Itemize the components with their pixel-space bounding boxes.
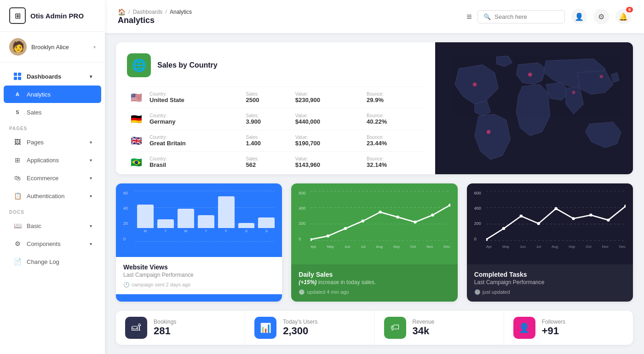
clock-icon3: 🕐 xyxy=(474,289,481,295)
analytics-letter: A xyxy=(13,90,22,99)
breadcrumb-sep1: / xyxy=(128,8,130,15)
pages-section-label: PAGES xyxy=(0,121,105,133)
stat-item: 🏷 Revenue 34k xyxy=(375,311,504,345)
stats-row: 🛋 Bookings 281 📊 Today's Users 2,300 🏷 R… xyxy=(116,311,633,345)
stat-icon: 👤 xyxy=(513,317,535,339)
sales-title: Sales by Country xyxy=(157,61,218,69)
changelog-icon: 📄 xyxy=(13,257,22,266)
completed-tasks-title: Completed Tasks xyxy=(474,271,626,278)
completed-tasks-card: 6004002000 xyxy=(467,183,633,302)
sales-header: 🌐 Sales by Country xyxy=(127,53,424,77)
sales-map xyxy=(435,42,633,174)
table-row: 🇩🇪 Country: Germany Sales: 3.900 Value: … xyxy=(127,108,424,130)
svg-rect-2 xyxy=(14,77,17,80)
svg-point-5 xyxy=(528,73,532,77)
search-input[interactable] xyxy=(494,13,559,20)
bounce-cell: Bounce: 40.22% xyxy=(363,108,424,130)
svg-point-17 xyxy=(379,211,382,213)
hamburger-icon[interactable]: ≡ xyxy=(466,11,472,22)
svg-point-29 xyxy=(537,222,540,225)
sidebar-item-applications[interactable]: ⊞ Applications ▾ xyxy=(4,151,101,169)
svg-point-27 xyxy=(502,227,505,230)
sales-letter: S xyxy=(13,108,22,117)
svg-point-32 xyxy=(589,213,592,217)
sidebar-item-sales[interactable]: S Sales xyxy=(4,103,101,121)
website-views-chart: 6040200 M xyxy=(116,183,282,257)
sidebar-item-basic[interactable]: 📖 Basic ▾ xyxy=(4,217,101,234)
charts-row: 6040200 M xyxy=(116,183,633,302)
flag-cell: 🇧🇷 xyxy=(127,152,146,173)
svg-point-7 xyxy=(572,91,575,94)
notification-button[interactable]: 🔔 9 xyxy=(615,9,631,24)
stat-item: 👤 Followers +91 xyxy=(504,311,633,345)
daily-sales-chart: 6004002000 xyxy=(291,183,457,257)
bounce-cell: Bounce: 23.44% xyxy=(363,130,424,152)
stat-item: 🛋 Bookings 281 xyxy=(116,311,245,345)
bounce-cell: Bounce: 32.14% xyxy=(363,152,424,173)
changelog-label: Change Log xyxy=(27,258,59,265)
home-icon: 🏠 xyxy=(118,8,126,16)
globe-icon: 🌐 xyxy=(127,53,151,77)
ecommerce-icon: 🛍 xyxy=(13,173,22,183)
authentication-icon: 📋 xyxy=(13,191,22,200)
sidebar-item-changelog[interactable]: 📄 Change Log xyxy=(4,253,101,270)
sales-cell: Sales: 3.900 xyxy=(242,108,291,130)
sidebar-item-pages[interactable]: 🖼 Pages ▾ xyxy=(4,133,101,151)
daily-sales-footer: Daily Sales (+15%) increase in today sal… xyxy=(291,264,457,302)
website-views-card: 6040200 M xyxy=(116,183,282,302)
search-box[interactable]: 🔍 xyxy=(477,10,565,23)
grid-icon xyxy=(13,72,22,81)
value-cell: Value: $230,900 xyxy=(292,87,363,108)
completed-tasks-subtitle: Last Campaign Performance xyxy=(474,279,626,285)
search-icon: 🔍 xyxy=(483,13,491,20)
svg-point-33 xyxy=(607,218,610,222)
daily-sales-svg xyxy=(310,191,450,241)
stat-label: Today's Users xyxy=(283,319,317,325)
svg-rect-3 xyxy=(18,77,21,80)
sidebar-logo: ⊞ Otis Admin PRO xyxy=(0,0,105,32)
svg-point-16 xyxy=(362,219,364,222)
sales-cell: Sales: 1.400 xyxy=(242,130,291,152)
value-cell: Value: $190,700 xyxy=(292,130,363,152)
content: 🌐 Sales by Country 🇺🇸 Country: United St… xyxy=(105,33,644,354)
value-cell: Value: $440,000 xyxy=(292,108,363,130)
svg-rect-0 xyxy=(14,73,17,76)
sidebar-item-dashboards[interactable]: Dashboards ▾ xyxy=(4,68,101,85)
bounce-cell: Bounce: 29.9% xyxy=(363,87,424,108)
stat-label: Bookings xyxy=(154,319,176,325)
sidebar-item-analytics[interactable]: A Analytics xyxy=(4,86,101,103)
website-views-meta: 🕐 campaign sent 2 days ago xyxy=(123,282,275,288)
stat-value: 34k xyxy=(413,325,435,337)
components-icon: ⚙ xyxy=(13,239,22,248)
logo-text: Otis Admin PRO xyxy=(30,12,84,20)
dashboards-label: Dashboards xyxy=(27,73,61,80)
svg-point-19 xyxy=(414,220,417,223)
svg-point-6 xyxy=(487,130,491,134)
stat-icon: 📊 xyxy=(254,317,276,339)
gear-icon: ⚙ xyxy=(598,12,604,21)
daily-sales-subtitle: (+15%) increase in today sales. xyxy=(299,279,450,285)
table-row: 🇬🇧 Country: Great Britain Sales: 1.400 V… xyxy=(127,130,424,152)
breadcrumb-dashboards[interactable]: Dashboards xyxy=(133,9,163,15)
username: Brooklyn Alice xyxy=(31,44,69,51)
header-right: 🔍 👤 ⚙ 🔔 9 xyxy=(477,9,631,24)
sidebar-item-ecommerce[interactable]: 🛍 Ecommerce ▾ xyxy=(4,169,101,187)
user-profile-button[interactable]: 👤 xyxy=(571,9,587,24)
basic-icon: 📖 xyxy=(13,221,22,230)
clock-icon: 🕐 xyxy=(123,282,130,288)
flag-cell: 🇬🇧 xyxy=(127,130,146,152)
world-map-svg xyxy=(435,42,633,174)
breadcrumb-sep2: / xyxy=(165,8,167,15)
daily-sales-card: 6004002000 xyxy=(291,183,457,302)
user-chevron[interactable]: ▾ xyxy=(93,45,96,50)
country-cell: Country: United State xyxy=(146,87,242,108)
notification-badge: 9 xyxy=(626,7,633,12)
svg-point-28 xyxy=(519,214,523,217)
sidebar-user: 🧑 Brooklyn Alice ▾ xyxy=(0,32,105,63)
sidebar-item-components[interactable]: ⚙ Components ▾ xyxy=(4,235,101,252)
svg-point-30 xyxy=(554,207,558,210)
stat-content: Today's Users 2,300 xyxy=(283,319,317,337)
settings-button[interactable]: ⚙ xyxy=(593,9,609,24)
sidebar-item-authentication[interactable]: 📋 Authentication ▾ xyxy=(4,187,101,205)
stat-label: Revenue xyxy=(413,319,435,325)
